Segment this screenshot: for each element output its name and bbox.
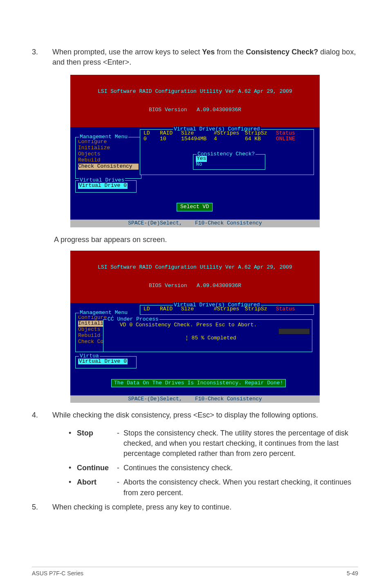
t1-vd-item[interactable]: Virtual Drive 0 [78,183,128,189]
footer-right: 5-49 [347,570,358,578]
t2-footer: SPACE-(De)Select, F10-Check Consistency [70,395,320,403]
h2-ssz: StripSz [245,306,273,312]
r-str: 4 [214,136,242,142]
step4-num: 4. [32,410,52,420]
r-ld: 0 [143,136,157,142]
dash-icon: - [117,463,123,473]
h2-ld: LD [143,306,157,312]
stop-text: Stops the consistency check. The utility… [123,428,358,459]
t2-vd-item[interactable]: Virtual Drive 0 [78,359,128,365]
h-str: #Stripes [214,130,242,137]
t2-title-l1: LSI Software RAID Configuration Utility … [70,265,320,271]
page-footer: ASUS P7F-C Series 5-49 [32,567,358,578]
t2-progress-bar [106,329,309,334]
abort-text: Aborts the consistency check. When you r… [123,477,358,498]
t1-row: 0 10 154494MB 4 64 KB ONLINE [143,136,310,142]
dot-icon: • [69,463,77,473]
step-5: 5. When checking is complete, press any … [32,502,358,512]
step5-text: When checking is complete, press any key… [52,502,358,512]
s3-pre: When prompted, use the arrow keys to sel… [52,48,202,56]
t1-title-l2: BIOS Version A.09.04300936R [70,107,320,113]
stop-label: Stop [77,428,117,459]
dash-icon: - [117,477,123,498]
t1-select-vd: Select VD [177,203,213,211]
step4-text: While checking the disk consistency, pre… [52,410,358,420]
step-4: 4. While checking the disk consistency, … [32,410,358,420]
t1-cons-no[interactable]: No [196,162,202,168]
h2-st: Status [276,306,295,312]
t1-mgmt-box: Management Menu Configure Initialize Obj… [75,137,141,179]
t1-vd-box: Virtual Drives Virtual Drive 0 [75,180,137,193]
t1-cons-box: Consistency Check? Yes No [193,154,265,170]
terminal-1: LSI Software RAID Configuration Utility … [70,75,320,227]
step5-num: 5. [32,502,52,512]
t2-big-box: Virtual Drive(s) Configured LD RAID Size… [140,305,314,315]
r-ssz: 64 KB [245,136,273,142]
bullet-abort: • Abort - Aborts the consistency check. … [69,477,358,498]
t1-title: LSI Software RAID Configuration Utility … [70,75,320,127]
t1-mgmt-rebuild[interactable]: Rebuild [78,157,139,164]
t2-title-l2: BIOS Version A.09.04300936R [70,283,320,289]
t1-mgmt-initialize[interactable]: Initialize [78,145,139,151]
t1-mgmt-objects[interactable]: Objects [78,151,139,157]
h2-raid: RAID [160,306,179,312]
step-3: 3. When prompted, use the arrow keys to … [32,47,358,67]
t1-title-l1: LSI Software RAID Configuration Utility … [70,89,320,95]
step3-text: When prompted, use the arrow keys to sel… [52,47,358,67]
t2-cc-pct: ¦ 85 % Completed [185,335,236,341]
t1-mgmt-label: Management Menu [79,134,128,140]
t2-headers: LD RAID Size #Stripes StripSz Status [143,306,310,312]
t1-mgmt-check[interactable]: Check Consistency [78,164,139,170]
dash-icon: - [117,428,123,459]
bullet-stop: • Stop - Stops the consistency check. Th… [69,428,358,459]
step4-bullets: • Stop - Stops the consistency check. Th… [69,428,358,498]
footer-left: ASUS P7F-C Series [32,570,83,578]
t2-progress-fill [106,329,279,334]
t2-cc-box: CC Under Process VD 0 Consistency Check.… [103,319,312,352]
s3-yes: Yes [202,48,215,56]
t2-vd-box: Virtua Virtual Drive 0 [75,356,137,368]
h2-size: Size [181,306,211,312]
cont-label: Continue [77,463,117,473]
terminal-2: LSI Software RAID Configuration Utility … [70,251,320,403]
abort-label: Abort [77,477,117,498]
r-st: ONLINE [276,136,295,142]
h2-str: #Stripes [214,306,242,312]
t2-cc-msg: VD 0 Consistency Check. Press Esc to Abo… [120,322,257,328]
dot-icon: • [69,428,77,459]
r-size: 154494MB [181,136,211,142]
t2-mgmt-label: Management Menu [79,310,128,316]
t2-done-msg: The Data On The Drives Is Inconsistency.… [111,379,286,388]
cont-text: Continues the consistency check. [123,463,358,473]
r-raid: 10 [160,136,179,142]
step3-num: 3. [32,47,52,67]
t2-title: LSI Software RAID Configuration Utility … [70,251,320,303]
t1-footer: SPACE-(De)Select, F10-Check Consistency [70,220,320,227]
dot-icon: • [69,477,77,498]
s3-mid: from the [215,48,246,56]
s3-cc: Consistency Check? [246,48,318,56]
progress-note: A progress bar appears on screen. [54,235,358,245]
bullet-continue: • Continue - Continues the consistency c… [69,463,358,473]
